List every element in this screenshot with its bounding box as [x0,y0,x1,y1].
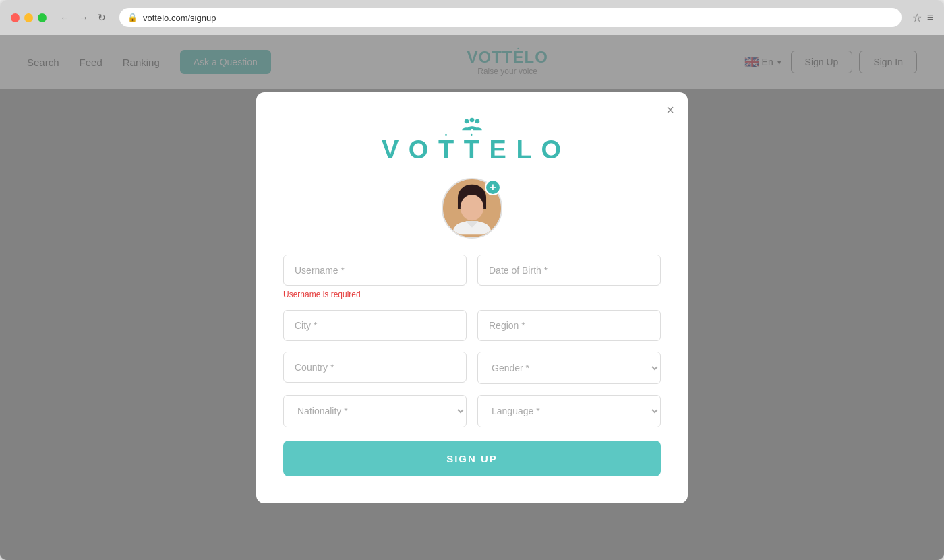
page-content: Search Feed Ranking Ask a Question VOTTE… [0,35,944,560]
gender-field: Gender * Male Female Other [477,352,661,384]
forward-button[interactable]: → [76,11,91,24]
svg-point-6 [461,194,483,220]
avatar-section: + [283,178,661,239]
close-traffic-light[interactable] [11,13,20,22]
region-field [477,310,661,341]
language-field: Language * English French Spanish [477,395,661,427]
username-field-wrapper: Username is required [283,255,467,299]
traffic-lights [11,13,47,22]
gender-select[interactable]: Gender * Male Female Other [477,352,661,384]
back-button[interactable]: ← [57,11,72,24]
address-bar[interactable]: 🔒 vottelo.com/signup [119,8,902,27]
svg-point-1 [470,117,475,122]
username-error: Username is required [283,290,467,299]
nationality-select[interactable]: Nationality * [283,395,467,427]
modal-logo-text: V O T• T• E L O [382,135,562,164]
reload-button[interactable]: ↻ [95,11,109,24]
signup-form: Username is required [283,255,661,427]
region-input[interactable] [477,310,661,341]
signup-button[interactable]: SIGN UP [283,441,661,476]
modal-close-button[interactable]: × [666,103,674,117]
country-input[interactable] [283,352,467,383]
avatar-wrapper[interactable]: + [442,178,502,239]
city-input[interactable] [283,310,467,341]
minimize-traffic-light[interactable] [24,13,33,22]
svg-point-0 [465,119,469,123]
browser-actions: ☆ ≡ [912,11,933,24]
maximize-traffic-light[interactable] [38,13,47,22]
dob-input[interactable] [477,255,661,286]
username-input[interactable] [283,255,467,286]
browser-nav: ← → ↻ [57,11,109,24]
city-field [283,310,467,341]
nationality-field: Nationality * [283,395,467,427]
svg-point-2 [475,119,480,123]
browser-titlebar: ← → ↻ 🔒 vottelo.com/signup ☆ ≡ [0,0,944,35]
dob-field [477,255,661,299]
avatar-add-button[interactable]: + [485,179,501,195]
menu-button[interactable]: ≡ [927,11,933,24]
address-text: vottelo.com/signup [143,13,893,23]
country-field [283,352,467,384]
modal-overlay: × [0,35,944,560]
people-icon [459,117,485,131]
modal-logo: V O T• T• E L O [283,117,661,164]
lock-icon: 🔒 [127,13,138,22]
language-select[interactable]: Language * English French Spanish [477,395,661,427]
bookmark-button[interactable]: ☆ [912,11,922,24]
signup-modal: × [256,92,688,503]
